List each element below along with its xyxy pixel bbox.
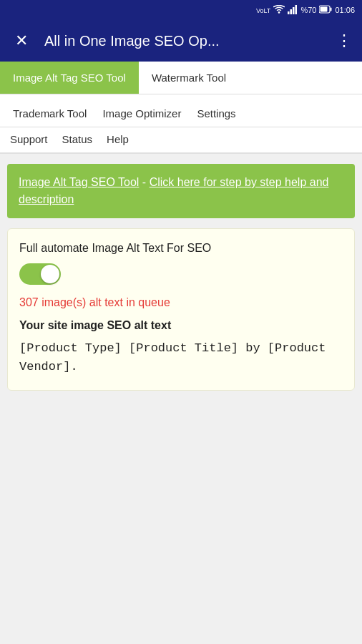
svg-rect-5 bbox=[295, 5, 298, 14]
automate-toggle[interactable] bbox=[19, 263, 343, 285]
toggle-switch[interactable] bbox=[19, 263, 61, 285]
status-icons: VoLTE %70 bbox=[256, 4, 355, 16]
svg-text:VoLTE: VoLTE bbox=[256, 7, 270, 14]
app-title: All in One Image SEO Op... bbox=[44, 33, 325, 49]
seo-alt-text-label: Your site image SEO alt text bbox=[19, 319, 343, 332]
main-card: Full automate Image Alt Text For SEO 307… bbox=[7, 228, 355, 391]
app-bar: ✕ All in One Image SEO Op... ⋮ bbox=[0, 20, 362, 62]
nav-settings[interactable]: Settings bbox=[194, 102, 238, 127]
tab-image-alt-tag-seo[interactable]: Image Alt Tag SEO Tool bbox=[0, 62, 139, 94]
svg-point-1 bbox=[278, 11, 280, 14]
svg-rect-7 bbox=[331, 8, 332, 11]
banner-tool-name: Image Alt Tag SEO Tool bbox=[19, 176, 139, 188]
banner-separator: - bbox=[139, 176, 149, 188]
secondary-nav: Trademark Tool Image Optimizer Settings bbox=[0, 94, 362, 127]
menu-button[interactable]: ⋮ bbox=[336, 31, 352, 50]
tab-watermark-tool[interactable]: Watermark Tool bbox=[139, 62, 239, 94]
time-display: 01:06 bbox=[335, 6, 355, 14]
wifi-icon bbox=[273, 5, 285, 16]
svg-rect-4 bbox=[293, 7, 295, 14]
queue-status: 307 image(s) alt text in queue bbox=[19, 296, 343, 309]
svg-rect-8 bbox=[321, 7, 328, 12]
nav-status[interactable]: Status bbox=[62, 133, 93, 145]
nav-support[interactable]: Support bbox=[10, 133, 48, 145]
battery-text: %70 bbox=[300, 6, 316, 14]
nav-image-optimizer[interactable]: Image Optimizer bbox=[99, 102, 184, 127]
status-bar: VoLTE %70 bbox=[0, 0, 362, 20]
primary-tab-bar: Image Alt Tag SEO Tool Watermark Tool bbox=[0, 62, 362, 94]
network-icon: VoLTE bbox=[256, 4, 270, 16]
svg-rect-2 bbox=[288, 11, 290, 14]
nav-trademark-tool[interactable]: Trademark Tool bbox=[10, 102, 89, 127]
close-button[interactable]: ✕ bbox=[10, 31, 33, 50]
third-nav: Support Status Help bbox=[0, 127, 362, 154]
signal-icon bbox=[288, 5, 298, 16]
nav-help[interactable]: Help bbox=[107, 133, 129, 145]
help-banner: Image Alt Tag SEO Tool - Click here for … bbox=[7, 164, 355, 218]
automate-label: Full automate Image Alt Text For SEO bbox=[19, 242, 343, 255]
seo-alt-text-value: [Product Type] [Product Title] by [Produ… bbox=[19, 339, 343, 377]
battery-icon bbox=[319, 5, 332, 15]
toggle-knob bbox=[41, 265, 59, 283]
svg-rect-3 bbox=[290, 9, 293, 14]
